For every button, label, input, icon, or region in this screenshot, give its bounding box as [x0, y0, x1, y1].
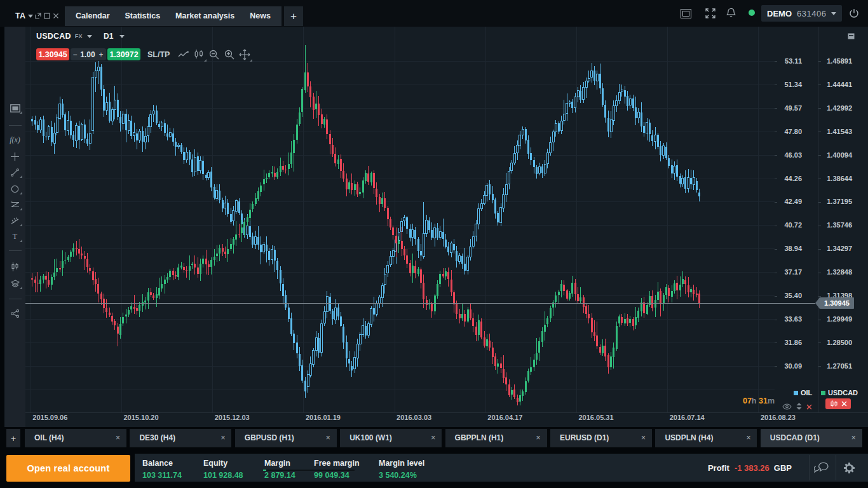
chart-tab-label: GBPUSD (H1) — [245, 429, 294, 447]
candle-chart-type-icon[interactable] — [193, 49, 205, 60]
chart-tab-oil-h4-[interactable]: OIL (H4)× — [25, 429, 126, 447]
chart-tab-label: EURUSD (D1) — [560, 429, 609, 447]
usdcad-axis-tick: 1.35746 — [816, 221, 852, 229]
fullscreen-icon[interactable] — [705, 8, 716, 19]
remove-overlay-icon[interactable] — [806, 401, 812, 412]
account-type: DEMO — [767, 9, 792, 18]
frame-mode-icon[interactable] — [680, 8, 691, 19]
layers-tool-icon[interactable] — [4, 276, 25, 291]
new-chart-tab-button[interactable]: + — [6, 429, 20, 447]
notifications-bell-icon[interactable] — [725, 7, 736, 18]
chart-tab-gbpusd-h1-[interactable]: GBPUSD (H1)× — [235, 429, 337, 447]
usdcad-legend-swatch — [821, 391, 825, 395]
logout-power-icon[interactable] — [848, 8, 860, 19]
stat-margin-level: Margin level3 540.24% — [379, 459, 424, 480]
connection-status-dot — [749, 10, 755, 16]
chart-tab-usdcad-d1-[interactable]: USDCAD (D1)× — [761, 429, 862, 447]
candlestick-chart-plot[interactable] — [25, 27, 779, 412]
sell-button[interactable]: 1.30945 — [36, 48, 69, 60]
visibility-eye-icon[interactable] — [782, 401, 792, 412]
usdcad-axis-tick: 1.34297 — [816, 245, 852, 252]
axis-tick-mark — [818, 366, 821, 367]
zoom-in-icon[interactable] — [224, 49, 235, 60]
trade-controls-row: 1.30945 − 1.00 + 1.30972 SL/TP — [36, 48, 250, 60]
axis-tick-mark — [775, 366, 777, 367]
buy-button[interactable]: 1.30972 — [107, 48, 140, 60]
usdcad-axis-tick: 1.45891 — [816, 57, 852, 65]
chart-tab-close-icon[interactable]: × — [641, 429, 646, 447]
oil-axis-tick: 33.63 — [774, 315, 802, 323]
chart-tab-close-icon[interactable]: × — [851, 429, 856, 447]
share-tool-icon[interactable] — [4, 306, 25, 321]
usdcad-axis-tick: 1.44441 — [816, 81, 852, 88]
chart-tab-close-icon[interactable]: × — [536, 429, 541, 447]
usdcad-axis-tick: 1.32848 — [816, 268, 852, 276]
chart-tab-label: DE30 (H4) — [139, 429, 175, 447]
chart-tab-close-icon[interactable]: × — [326, 429, 330, 447]
open-real-account-button[interactable]: Open real account — [6, 455, 130, 482]
axis-tick-mark — [818, 61, 821, 62]
oil-axis-tick: 47.80 — [774, 128, 802, 135]
timeframe-selector[interactable]: D1 — [104, 32, 113, 41]
legend-item-oil[interactable]: OIL — [794, 389, 812, 396]
date-axis-tick: 2016.03.03 — [397, 414, 431, 421]
collapse-panel-icon[interactable] — [848, 30, 855, 37]
usdcad-position-button[interactable] — [825, 398, 851, 409]
symbol-dropdown-icon[interactable] — [87, 35, 92, 38]
crosshair-tool-icon[interactable] — [4, 149, 25, 164]
oil-axis-tick: 51.34 — [774, 81, 802, 88]
chart-tab-de30-h4-[interactable]: DE30 (H4)× — [130, 429, 231, 447]
zoom-out-icon[interactable] — [208, 49, 220, 60]
oil-legend-swatch — [794, 391, 798, 395]
trend-line-tool-icon[interactable] — [4, 165, 25, 180]
oil-axis-tick: 44.26 — [774, 175, 802, 182]
chart-tab-close-icon[interactable]: × — [746, 429, 750, 447]
scale-adjust-icon[interactable] — [796, 401, 803, 412]
chart-symbol[interactable]: USDCAD — [36, 32, 71, 41]
settings-gear-icon[interactable] — [836, 454, 862, 482]
account-selector[interactable]: DEMO 631406 — [761, 5, 842, 22]
date-axis-tick: 2015.12.03 — [215, 414, 250, 421]
chart-tab-gbppln-h1-[interactable]: GBPPLN (H1)× — [445, 429, 547, 447]
legend-item-usdcad[interactable]: USDCAD — [821, 389, 858, 396]
oil-legend-label: OIL — [801, 389, 812, 396]
line-chart-type-icon[interactable] — [178, 49, 189, 60]
candle-settings-tool-icon[interactable] — [4, 259, 25, 274]
x-axis-line — [25, 412, 868, 413]
usdcad-axis-tick: 1.28500 — [816, 339, 852, 346]
chart-tab-label: USDCAD (D1) — [770, 429, 820, 447]
timeframe-dropdown-icon[interactable] — [119, 35, 125, 38]
pitchfork-tool-icon[interactable] — [4, 213, 25, 228]
chart-tab-usdpln-h4-[interactable]: USDPLN (H4)× — [655, 429, 757, 447]
axis-tick-mark — [818, 296, 821, 297]
candle-countdown: 07h 31m — [700, 396, 775, 405]
usdcad-axis-tick: 1.29949 — [816, 315, 852, 323]
fibonacci-tool-icon[interactable]: F — [4, 197, 25, 212]
countdown-minutes: 31 — [759, 396, 768, 405]
chart-tab-close-icon[interactable]: × — [220, 429, 225, 447]
chart-tab-close-icon[interactable]: × — [116, 429, 120, 447]
chart-tab-eurusd-d1-[interactable]: EURUSD (D1)× — [550, 429, 652, 447]
date-axis-tick: 2015.09.06 — [32, 414, 67, 421]
chart-type-tool-icon[interactable] — [4, 100, 25, 116]
volume-decrease-button[interactable]: − — [71, 50, 79, 59]
ellipse-tool-icon[interactable] — [4, 181, 25, 196]
chart-window: f(x)FT USDCAD FX D1 1.30945 − 1.00 + 1.3… — [4, 27, 868, 427]
volume-value[interactable]: 1.00 — [79, 50, 96, 59]
date-axis-tick: 2015.10.20 — [124, 414, 159, 421]
profit-value: -1 383.26 — [735, 463, 770, 473]
xstation-app: TA CalendarStatisticsMarket analysisNews… — [0, 0, 868, 488]
usdcad-axis-tick: 1.38644 — [816, 175, 852, 182]
indicators-tool-icon[interactable]: f(x) — [4, 132, 25, 147]
text-tool-icon[interactable]: T — [4, 229, 25, 244]
pan-move-icon[interactable] — [239, 49, 250, 60]
sltp-button[interactable]: SL/TP — [147, 50, 170, 59]
chart-tab-uk100-w1-[interactable]: UK100 (W1)× — [340, 429, 442, 447]
volume-increase-button[interactable]: + — [96, 50, 106, 59]
profit-currency: GBP — [774, 463, 792, 473]
support-chat-icon[interactable] — [808, 454, 834, 482]
axis-tick-mark — [775, 132, 777, 132]
oil-axis-tick: 40.72 — [774, 221, 802, 229]
stat-label: Balance — [142, 459, 182, 468]
chart-tab-close-icon[interactable]: × — [431, 429, 435, 447]
